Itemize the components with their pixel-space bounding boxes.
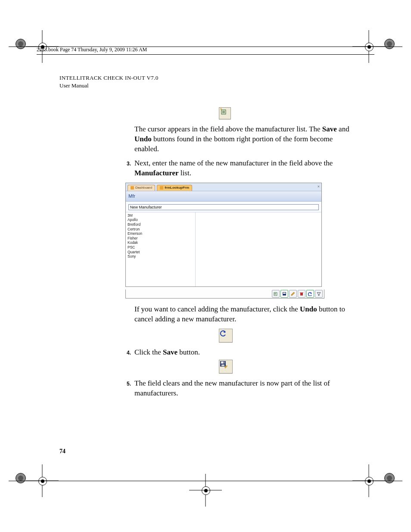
manufacturer-name-input[interactable] bbox=[128, 204, 319, 210]
form-header-mfr: Mfr bbox=[126, 191, 321, 202]
new-record-icon bbox=[219, 107, 231, 119]
svg-rect-8 bbox=[283, 292, 286, 294]
delete-button[interactable] bbox=[298, 290, 305, 298]
undo-icon bbox=[219, 329, 233, 342]
svg-rect-13 bbox=[221, 364, 224, 366]
step-5-number: 5. bbox=[121, 379, 131, 398]
list-item[interactable]: Apollo bbox=[128, 218, 193, 222]
page-number: 74 bbox=[59, 448, 65, 455]
list-item[interactable]: 3M bbox=[128, 213, 193, 218]
list-item[interactable]: Kodak bbox=[128, 240, 193, 245]
form-toolbar bbox=[125, 289, 324, 299]
step-4-number: 4. bbox=[121, 348, 131, 358]
tab-close-button[interactable]: × bbox=[318, 184, 320, 189]
list-item[interactable]: Certron bbox=[128, 227, 193, 232]
tab-lookup-form[interactable]: frmLookupFrm bbox=[157, 185, 192, 191]
list-item[interactable]: Bretford bbox=[128, 222, 193, 227]
svg-rect-10 bbox=[300, 292, 303, 293]
paragraph-undo-hint: If you want to cancel adding the manufac… bbox=[134, 305, 352, 324]
tab-form-icon bbox=[160, 186, 163, 190]
svg-rect-9 bbox=[300, 293, 303, 296]
manufacturer-form-screenshot: Dashboard frmLookupFrm × Mfr 3MApolloBre… bbox=[125, 183, 322, 287]
tab-dashboard-icon bbox=[131, 186, 134, 190]
tab-dashboard[interactable]: Dashboard bbox=[128, 185, 155, 191]
paragraph-cursor-appears: The cursor appears in the field above th… bbox=[134, 124, 352, 154]
step-3-text: Next, enter the name of the new manufact… bbox=[134, 159, 352, 178]
save-icon bbox=[219, 360, 233, 373]
list-item[interactable]: Emerson bbox=[128, 231, 193, 236]
manufacturer-detail-pane bbox=[196, 212, 321, 286]
manufacturer-list[interactable]: 3MApolloBretfordCertronEmersonFisherKoda… bbox=[126, 212, 196, 286]
edit-button[interactable] bbox=[289, 290, 297, 298]
step-5-text: The field clears and the new manufacture… bbox=[134, 379, 352, 398]
svg-rect-14 bbox=[224, 361, 224, 364]
running-title: INTELLITRACK CHECK IN-OUT V7.0 bbox=[59, 74, 352, 82]
header-rule bbox=[37, 54, 374, 55]
step-4-text: Click the Save button. bbox=[134, 348, 352, 358]
filter-button[interactable] bbox=[315, 290, 323, 298]
book-header-line: 2283.book Page 74 Thursday, July 9, 2009… bbox=[37, 47, 147, 53]
new-button[interactable] bbox=[272, 290, 280, 298]
step-3-number: 3. bbox=[121, 159, 131, 178]
save-button[interactable] bbox=[280, 290, 288, 298]
list-item[interactable]: PSC bbox=[128, 245, 193, 250]
undo-button[interactable] bbox=[306, 290, 314, 298]
running-subtitle: User Manual bbox=[59, 82, 352, 90]
list-item[interactable]: Sony bbox=[128, 254, 193, 259]
list-item[interactable]: Quartet bbox=[128, 250, 193, 255]
list-item[interactable]: Fisher bbox=[128, 236, 193, 241]
